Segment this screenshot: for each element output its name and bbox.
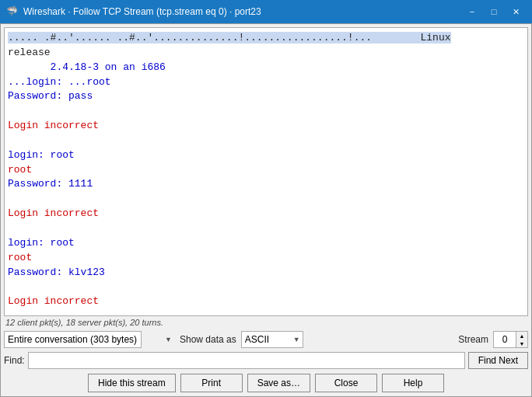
title-bar: 🦈 Wireshark · Follow TCP Stream (tcp.str…: [0, 0, 532, 23]
stream-increment-button[interactable]: ▲: [516, 332, 527, 340]
controls-row: Entire conversation (303 bytes) Show dat…: [1, 329, 531, 350]
stream-line-13: Login incorrect: [8, 207, 524, 221]
show-data-label: Show data as: [180, 334, 236, 345]
show-data-dropdown-wrap: ASCII Hex Dump C Arrays Raw: [241, 331, 303, 348]
find-next-button[interactable]: Find Next: [468, 352, 528, 369]
stream-line-2: release: [8, 46, 524, 61]
spinner-buttons: ▲ ▼: [516, 332, 527, 347]
help-button[interactable]: Help: [382, 374, 444, 392]
print-button[interactable]: Print: [180, 374, 243, 392]
main-window: ..... .#..'...... ..#..'..............!.…: [0, 23, 532, 397]
tcp-stream-content[interactable]: ..... .#..'...... ..#..'..............!.…: [4, 27, 528, 316]
stream-line-7: Login incorrect: [8, 119, 524, 134]
status-text: 12 client pkt(s), 18 server pkt(s), 20 t…: [5, 318, 163, 327]
save-as-button[interactable]: Save as…: [247, 374, 310, 392]
stream-line-16: root: [8, 251, 524, 266]
stream-line-9: login: root: [8, 148, 524, 163]
stream-line-6: [8, 104, 524, 119]
close-button[interactable]: Close: [315, 374, 377, 392]
stream-spinner: ▲ ▼: [493, 331, 528, 348]
stream-line-19: Login incorrect: [8, 294, 524, 309]
stream-line-4: ...login: ...root: [8, 75, 524, 90]
stream-line-11: Password: 1111: [8, 177, 524, 192]
stream-line-18: [8, 280, 524, 294]
window-title: Wireshark · Follow TCP Stream (tcp.strea…: [23, 6, 462, 17]
window-controls: − □ ✕: [462, 4, 526, 19]
hide-stream-button[interactable]: Hide this stream: [88, 374, 176, 392]
stream-line-5: Password: pass: [8, 89, 524, 104]
stream-line-14: [8, 221, 524, 236]
find-input[interactable]: [28, 352, 465, 369]
stream-line-12: [8, 192, 524, 207]
conversation-dropdown-wrap: Entire conversation (303 bytes): [4, 331, 175, 348]
maximize-button[interactable]: □: [484, 4, 504, 19]
stream-line-15: login: root: [8, 236, 524, 251]
bottom-button-row: Hide this stream Print Save as… Close He…: [1, 371, 531, 396]
find-row: Find: Find Next: [1, 350, 531, 371]
minimize-button[interactable]: −: [462, 4, 482, 19]
find-label: Find:: [4, 355, 25, 366]
app-icon: 🦈: [6, 5, 19, 18]
stream-line-3: 2.4.18-3 on an i686: [8, 61, 524, 75]
stream-line-8: [8, 134, 524, 148]
show-data-dropdown[interactable]: ASCII Hex Dump C Arrays Raw: [241, 331, 303, 348]
status-bar: 12 client pkt(s), 18 server pkt(s), 20 t…: [1, 316, 531, 329]
stream-label: Stream: [458, 334, 488, 345]
conversation-dropdown[interactable]: Entire conversation (303 bytes): [4, 331, 142, 348]
stream-decrement-button[interactable]: ▼: [516, 340, 527, 347]
close-window-button[interactable]: ✕: [506, 4, 526, 19]
stream-line-10: root: [8, 163, 524, 178]
stream-input[interactable]: [494, 332, 516, 347]
stream-line-17: Password: klv123: [8, 266, 524, 280]
stream-line-1: ..... .#..'...... ..#..'..............!.…: [8, 31, 524, 46]
